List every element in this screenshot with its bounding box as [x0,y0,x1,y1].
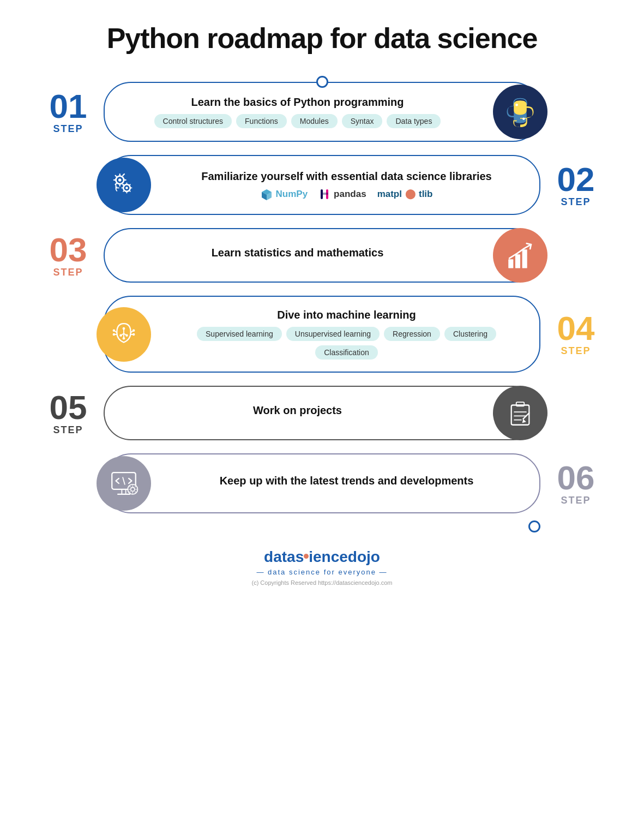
step-label-1: STEP [33,123,104,135]
tag-classification: Classification [315,345,377,360]
step-title-2: Familiarize yourself with essential data… [170,170,523,183]
svg-point-5 [125,187,128,189]
tag-unsupervised: Unsupervised learning [286,327,380,341]
step-num-label-2: 02 [540,163,611,196]
libraries-row: NumPy pandas matpl⬤tlib [170,188,523,200]
svg-marker-38 [522,419,526,423]
tag-modules: Modules [291,114,338,128]
step-label-2: STEP [540,196,611,208]
step-content-5: Work on projects [121,404,474,422]
step-tags-1: Control structures Functions Modules Syn… [121,114,474,128]
ai-icon [108,319,140,350]
step-icon-1 [493,85,547,139]
step-label-4: STEP [540,345,611,357]
step-number-6: 06 STEP [540,461,611,506]
step-number-1: 01 STEP [33,89,104,135]
step-title-4: Dive into machine learning [170,309,523,321]
step-row-5: 05 STEP Work on projects [33,386,611,440]
svg-point-31 [133,333,135,336]
bottom-connector-dot [528,520,540,532]
step-content-1: Learn the basics of Python programming C… [121,96,474,128]
code-icon [108,468,140,499]
step-row-3: 03 STEP Learn statistics and mathematics [33,228,611,283]
step-label-5: STEP [33,424,104,436]
svg-point-29 [133,329,135,332]
step-number-4: 04 STEP [540,312,611,357]
step-number-3: 03 STEP [33,233,104,278]
step-number-5: 05 STEP [33,391,104,436]
tag-supervised: Supervised learning [197,327,282,341]
step-row-6: Keep up with the latest trends and devel… [33,453,611,513]
svg-line-51 [130,486,130,487]
chart-icon [504,240,536,271]
python-icon [504,96,536,128]
lib-numpy: NumPy [261,188,308,200]
step-content-6: Keep up with the latest trends and devel… [170,475,523,493]
svg-rect-15 [522,249,527,268]
step-content-4: Dive into machine learning Supervised le… [170,309,523,360]
numpy-logo-icon [261,188,273,200]
svg-point-21 [119,334,122,337]
svg-rect-12 [321,193,328,195]
step-num-label-3: 03 [33,233,104,267]
svg-point-3 [118,178,121,181]
tag-functions: Functions [236,114,287,128]
step-card-3: Learn statistics and mathematics [104,228,540,283]
step-title-5: Work on projects [121,404,474,417]
step-number-2: 02 STEP [540,163,611,208]
step-num-label-6: 06 [540,461,611,495]
lib-pandas: pandas [318,188,366,200]
step-icon-4 [97,307,151,362]
svg-point-23 [123,337,125,339]
logo-copyright: (c) Copyrights Reserved https://datascie… [251,579,392,586]
tag-data-types: Data types [387,114,441,128]
step-tags-4: Supervised learning Unsupervised learnin… [170,327,523,360]
step-icon-3 [493,228,547,283]
svg-rect-14 [515,254,520,268]
logo-area: datasiencedojo — data science for everyo… [251,548,392,586]
svg-point-27 [113,333,116,336]
svg-line-54 [130,492,130,492]
tag-syntax: Syntax [342,114,383,128]
svg-rect-13 [508,259,513,268]
logo: datasiencedojo [251,548,392,566]
step-label-3: STEP [33,267,104,278]
step-title-6: Keep up with the latest trends and devel… [170,475,523,487]
step-num-label-1: 01 [33,89,104,123]
step-icon-5 [493,386,547,440]
svg-line-53 [135,486,135,487]
step-card-4: Dive into machine learning Supervised le… [104,296,540,373]
step-content-3: Learn statistics and mathematics [121,247,474,265]
step-row-4: Dive into machine learning Supervised le… [33,296,611,373]
svg-point-0 [515,104,518,106]
svg-point-1 [522,117,525,120]
step-card-2: Familiarize yourself with essential data… [104,155,540,215]
lib-matplotlib: matpl⬤tlib [377,188,433,200]
step-row-2: Familiarize yourself with essential data… [33,155,611,215]
step-row-1: 01 STEP Learn the basics of Python progr… [33,82,611,142]
svg-point-20 [123,327,125,330]
projects-icon [504,397,536,429]
steps-wrapper: 01 STEP Learn the basics of Python progr… [33,82,611,526]
tag-control-structures: Control structures [154,114,232,128]
step-title-1: Learn the basics of Python programming [121,96,474,109]
top-connector-dot [316,76,328,88]
step-content-2: Familiarize yourself with essential data… [170,170,523,200]
pandas-logo-icon [318,188,330,200]
step-card-5: Work on projects [104,386,540,440]
page-title: Python roadmap for data science [107,22,538,55]
step-num-label-4: 04 [540,312,611,345]
logo-tagline: — data science for everyone — [251,568,392,576]
step-label-6: STEP [540,495,611,506]
svg-line-52 [135,492,135,492]
gears-icon [108,169,140,201]
svg-point-25 [113,329,116,332]
step-title-3: Learn statistics and mathematics [121,247,474,259]
step-icon-6 [97,456,151,511]
svg-line-44 [123,477,125,484]
svg-point-22 [125,334,128,337]
tag-clustering: Clustering [444,327,496,341]
step-card-6: Keep up with the latest trends and devel… [104,453,540,513]
step-card-1: Learn the basics of Python programming C… [104,82,540,142]
tag-regression: Regression [384,327,440,341]
